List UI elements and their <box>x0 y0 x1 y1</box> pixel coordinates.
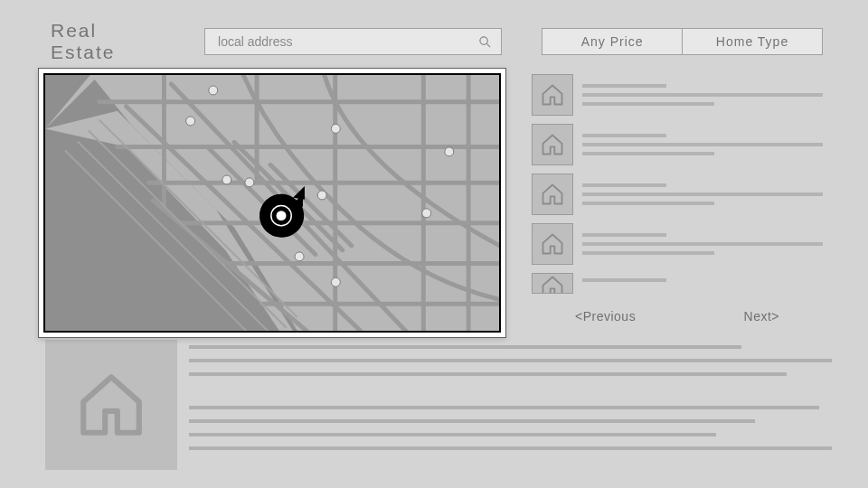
listing-row[interactable] <box>532 74 823 116</box>
pagination: <Previous Next> <box>532 302 823 324</box>
listing-text <box>582 223 823 265</box>
filter-type-button[interactable]: Home Type <box>683 29 822 54</box>
map-pin-icon[interactable] <box>445 147 454 156</box>
map-canvas[interactable] <box>43 73 501 333</box>
house-icon <box>532 223 573 265</box>
listing-text <box>582 273 823 294</box>
filter-group: Any Price Home Type <box>542 28 823 55</box>
search-icon[interactable] <box>477 34 492 49</box>
placeholder-line <box>582 134 666 137</box>
house-icon <box>532 273 573 294</box>
map-main-pin-icon[interactable] <box>259 186 305 238</box>
svg-point-0 <box>480 36 487 43</box>
placeholder-line <box>189 419 755 423</box>
placeholder-line <box>582 233 666 237</box>
placeholder-line <box>582 102 714 106</box>
house-icon <box>532 124 573 165</box>
svg-line-1 <box>486 43 490 47</box>
map-pin-icon[interactable] <box>295 252 304 261</box>
placeholder-line <box>189 446 832 450</box>
map-pin-icon[interactable] <box>209 86 218 95</box>
next-button[interactable]: Next> <box>744 309 779 324</box>
listing-text <box>582 124 823 165</box>
placeholder-line <box>582 93 823 97</box>
map-pin-icon[interactable] <box>331 124 340 133</box>
placeholder-line <box>582 84 666 88</box>
listing-row[interactable] <box>532 223 823 265</box>
placeholder-line <box>582 202 714 205</box>
listing-row[interactable] <box>532 273 823 294</box>
detail-thumbnail[interactable] <box>45 340 177 470</box>
map-pin-icon[interactable] <box>422 209 431 218</box>
detail-text <box>189 340 832 470</box>
detail-panel <box>45 340 832 470</box>
placeholder-line <box>582 143 823 146</box>
placeholder-line <box>189 345 741 349</box>
listings-panel: <Previous Next> <box>532 74 823 324</box>
map-pin-icon[interactable] <box>222 175 231 184</box>
filter-price-button[interactable]: Any Price <box>542 29 683 54</box>
listing-text <box>582 74 823 116</box>
placeholder-line <box>189 359 832 362</box>
listing-text <box>582 174 823 215</box>
map-pin-icon[interactable] <box>186 117 195 126</box>
placeholder-line <box>189 433 716 436</box>
map-panel <box>38 68 506 338</box>
placeholder-line <box>582 152 714 155</box>
app-title: Real Estate <box>51 20 165 63</box>
placeholder-line <box>582 251 714 255</box>
placeholder-line <box>582 278 666 282</box>
placeholder-line <box>189 372 787 376</box>
search-field-wrap <box>204 28 502 55</box>
listing-row[interactable] <box>532 124 823 165</box>
prev-button[interactable]: <Previous <box>575 309 636 324</box>
listing-row[interactable] <box>532 174 823 215</box>
placeholder-line <box>582 242 823 246</box>
placeholder-line <box>189 406 819 409</box>
house-icon <box>532 74 573 116</box>
placeholder-line <box>582 183 666 187</box>
house-icon <box>532 174 573 215</box>
search-input[interactable] <box>218 34 477 49</box>
map-pin-icon[interactable] <box>245 178 254 187</box>
placeholder-line <box>582 192 823 196</box>
map-pin-icon[interactable] <box>317 191 326 200</box>
map-pin-icon[interactable] <box>331 277 340 286</box>
